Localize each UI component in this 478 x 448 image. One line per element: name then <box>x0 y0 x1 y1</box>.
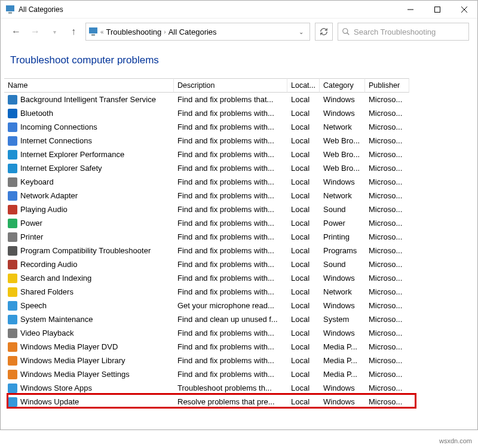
up-button[interactable]: ↑ <box>66 24 81 39</box>
item-publisher[interactable]: Microso... <box>365 175 409 189</box>
item-category[interactable]: Windows <box>320 106 365 120</box>
item-location[interactable]: Local <box>287 340 320 354</box>
item-location[interactable]: Local <box>287 216 320 230</box>
address-dropdown[interactable]: ⌄ <box>295 29 307 35</box>
item-publisher[interactable]: Microso... <box>365 216 409 230</box>
item-location[interactable]: Local <box>287 134 320 148</box>
item-name[interactable]: Windows Media Player DVD <box>4 340 174 354</box>
item-description[interactable]: Find and fix problems with... <box>174 189 287 202</box>
item-publisher[interactable]: Microso... <box>365 285 409 299</box>
item-description[interactable]: Find and clean up unused f... <box>174 312 287 326</box>
item-category[interactable]: Sound <box>320 257 365 271</box>
item-name[interactable]: Network Adapter <box>4 189 174 202</box>
item-name[interactable]: Keyboard <box>4 175 174 189</box>
item-description[interactable]: Find and fix problems with... <box>174 216 287 230</box>
item-location[interactable]: Local <box>287 93 320 106</box>
item-publisher[interactable]: Microso... <box>365 148 409 161</box>
column-publisher[interactable]: Publisher <box>365 78 409 93</box>
refresh-button[interactable] <box>315 23 333 41</box>
item-description[interactable]: Find and fix problems with... <box>174 326 287 340</box>
item-location[interactable]: Local <box>287 326 320 340</box>
item-publisher[interactable]: Microso... <box>365 244 409 257</box>
item-name[interactable]: Bluetooth <box>4 106 174 120</box>
column-location[interactable]: Locat... <box>287 78 320 93</box>
item-category[interactable]: Media P... <box>320 354 365 367</box>
item-location[interactable]: Local <box>287 244 320 257</box>
column-name[interactable]: Name <box>4 78 174 93</box>
item-category[interactable]: Power <box>320 216 365 230</box>
item-name[interactable]: Incoming Connections <box>4 120 174 134</box>
item-publisher[interactable]: Microso... <box>365 120 409 134</box>
item-description[interactable]: Find and fix problems with... <box>174 106 287 120</box>
breadcrumb-level-2[interactable]: All Categories <box>168 27 217 36</box>
item-name[interactable]: System Maintenance <box>4 312 174 326</box>
item-name[interactable]: Playing Audio <box>4 202 174 216</box>
item-category[interactable]: Network <box>320 189 365 202</box>
item-category[interactable]: Windows <box>320 271 365 285</box>
item-publisher[interactable]: Microso... <box>365 271 409 285</box>
item-name[interactable]: Power <box>4 216 174 230</box>
item-location[interactable]: Local <box>287 285 320 299</box>
item-publisher[interactable]: Microso... <box>365 134 409 148</box>
item-name[interactable]: Speech <box>4 299 174 312</box>
item-location[interactable]: Local <box>287 271 320 285</box>
item-publisher[interactable]: Microso... <box>365 93 409 106</box>
item-category[interactable]: Windows <box>320 299 365 312</box>
item-category[interactable]: Web Bro... <box>320 161 365 175</box>
item-description[interactable]: Find and fix problems with... <box>174 120 287 134</box>
item-description[interactable]: Find and fix problems with... <box>174 340 287 354</box>
item-publisher[interactable]: Microso... <box>365 202 409 216</box>
item-location[interactable]: Local <box>287 202 320 216</box>
close-button[interactable] <box>451 1 477 19</box>
item-location[interactable]: Local <box>287 120 320 134</box>
item-location[interactable]: Local <box>287 106 320 120</box>
item-category[interactable]: Sound <box>320 202 365 216</box>
item-name[interactable]: Internet Connections <box>4 134 174 148</box>
item-description[interactable]: Find and fix problems with... <box>174 134 287 148</box>
item-publisher[interactable]: Microso... <box>365 106 409 120</box>
item-name[interactable]: Internet Explorer Performance <box>4 148 174 161</box>
item-category[interactable]: Windows <box>320 93 365 106</box>
item-category[interactable]: Windows <box>320 175 365 189</box>
maximize-button[interactable] <box>424 1 451 19</box>
item-description[interactable]: Find and fix problems with... <box>174 175 287 189</box>
item-name[interactable]: Internet Explorer Safety <box>4 161 174 175</box>
item-category[interactable]: Programs <box>320 244 365 257</box>
item-location[interactable]: Local <box>287 367 320 381</box>
item-location[interactable]: Local <box>287 312 320 326</box>
item-category[interactable]: Network <box>320 120 365 134</box>
item-name[interactable]: Background Intelligent Transfer Service <box>4 93 174 106</box>
item-category[interactable]: Printing <box>320 230 365 244</box>
item-description[interactable]: Find and fix problems with... <box>174 257 287 271</box>
item-location[interactable]: Local <box>287 354 320 367</box>
breadcrumb-level-1[interactable]: Troubleshooting <box>106 27 162 36</box>
back-button[interactable]: ← <box>9 24 23 39</box>
item-publisher[interactable]: Microso... <box>365 326 409 340</box>
item-description[interactable]: Find and fix problems with... <box>174 244 287 257</box>
item-description[interactable]: Find and fix problems with... <box>174 161 287 175</box>
item-publisher[interactable]: Microso... <box>365 367 409 381</box>
item-location[interactable]: Local <box>287 148 320 161</box>
item-description[interactable]: Find and fix problems with... <box>174 271 287 285</box>
search-input[interactable] <box>354 27 465 36</box>
item-location[interactable]: Local <box>287 161 320 175</box>
item-description[interactable]: Find and fix problems with... <box>174 285 287 299</box>
item-location[interactable]: Local <box>287 230 320 244</box>
item-publisher[interactable]: Microso... <box>365 299 409 312</box>
item-name[interactable]: Recording Audio <box>4 257 174 271</box>
item-description[interactable]: Find and fix problems that... <box>174 93 287 106</box>
item-category[interactable]: Web Bro... <box>320 148 365 161</box>
item-category[interactable]: Media P... <box>320 367 365 381</box>
item-name[interactable]: Printer <box>4 230 174 244</box>
item-description[interactable]: Find and fix problems with... <box>174 202 287 216</box>
item-name[interactable]: Windows Media Player Settings <box>4 367 174 381</box>
item-category[interactable]: Web Bro... <box>320 134 365 148</box>
item-location[interactable]: Local <box>287 257 320 271</box>
item-publisher[interactable]: Microso... <box>365 257 409 271</box>
minimize-button[interactable] <box>397 1 424 19</box>
item-name[interactable]: Program Compatibility Troubleshooter <box>4 244 174 257</box>
item-publisher[interactable]: Microso... <box>365 340 409 354</box>
item-publisher[interactable]: Microso... <box>365 230 409 244</box>
search-box[interactable] <box>338 23 469 41</box>
item-name[interactable]: Windows Media Player Library <box>4 354 174 367</box>
